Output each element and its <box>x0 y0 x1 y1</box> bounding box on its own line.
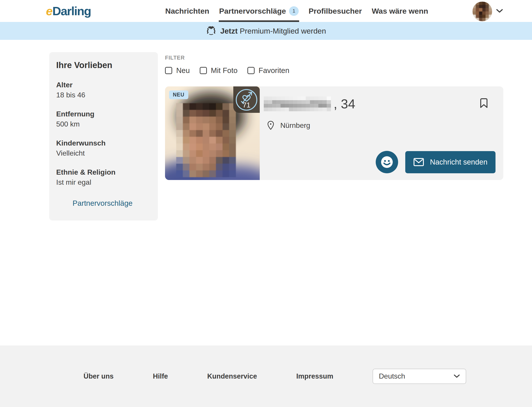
redacted-name-pixels <box>264 96 331 111</box>
notification-count-badge: 1 <box>289 6 299 16</box>
avatar-pixelated-photo <box>472 1 492 21</box>
send-message-button[interactable]: Nachricht senden <box>405 151 495 173</box>
banner-text: Jetzt Premium-Mitglied werden <box>220 27 326 35</box>
main-nav: Nachrichten Partnervorschläge 1 Profilbe… <box>165 0 428 22</box>
send-message-label: Nachricht senden <box>430 158 487 166</box>
pref-alter: Alter 18 bis 46 <box>56 81 149 99</box>
logo-text: Darling <box>52 4 91 18</box>
footer-link-kundenservice[interactable]: Kundenservice <box>207 372 257 380</box>
nav-label: Partnervorschläge <box>219 7 286 16</box>
profile-actions: Nachricht senden <box>376 151 495 173</box>
match-profile-card: NEU 71 <box>165 86 503 180</box>
profile-location-row: Nürnberg <box>267 121 503 130</box>
checkbox-favoriten[interactable] <box>247 67 255 74</box>
nav-label: Nachrichten <box>165 7 209 16</box>
filter-option-neu[interactable]: Neu <box>165 66 190 75</box>
footer-link-ueber-uns[interactable]: Über uns <box>84 372 114 380</box>
footer-link-impressum[interactable]: Impressum <box>296 372 333 380</box>
filter-row: Neu Mit Foto Favoriten <box>165 66 503 75</box>
pref-entfernung: Entfernung 500 km <box>56 110 149 128</box>
page-content: Ihre Vorlieben Alter 18 bis 46 Entfernun… <box>0 40 532 345</box>
checkbox-mit-foto[interactable] <box>200 67 207 74</box>
page-footer: Über uns Hilfe Kundenservice Impressum D… <box>0 345 532 407</box>
premium-upsell-banner[interactable]: Jetzt Premium-Mitglied werden <box>0 22 532 40</box>
results-column: FILTER Neu Mit Foto Favoriten <box>165 55 503 180</box>
match-score-value: 71 <box>233 101 260 109</box>
account-menu <box>472 1 503 21</box>
profile-name-row: , 34 <box>264 96 503 111</box>
filter-option-mit-foto[interactable]: Mit Foto <box>200 66 238 75</box>
nav-item-was-waere-wenn[interactable]: Was wäre wenn <box>372 0 428 22</box>
profile-photo[interactable]: NEU 71 <box>165 86 260 180</box>
bookmark-icon[interactable] <box>480 98 488 109</box>
nav-label: Profilbesucher <box>309 7 362 16</box>
laurel-heart-icon <box>206 25 216 37</box>
envelope-icon <box>413 158 424 166</box>
smile-button[interactable] <box>376 151 398 173</box>
nav-item-nachrichten[interactable]: Nachrichten <box>165 0 209 22</box>
profile-location: Nürnberg <box>280 121 310 130</box>
nav-label: Was wäre wenn <box>372 7 428 16</box>
top-navigation-bar: eDarling Nachrichten Partnervorschläge 1… <box>0 0 532 22</box>
filter-heading: FILTER <box>165 55 503 61</box>
nav-item-profilbesucher[interactable]: Profilbesucher <box>309 0 362 22</box>
language-select[interactable]: Deutsch <box>373 369 466 384</box>
smiley-icon <box>381 156 393 168</box>
user-avatar[interactable] <box>472 1 492 21</box>
preferences-title: Ihre Vorlieben <box>56 61 149 70</box>
checkbox-neu[interactable] <box>165 67 172 74</box>
partnervorschlaege-link[interactable]: Partnervorschläge <box>56 199 149 208</box>
nav-item-partnervorschlaege[interactable]: Partnervorschläge 1 <box>219 0 299 22</box>
footer-link-hilfe[interactable]: Hilfe <box>153 372 168 380</box>
edarling-logo[interactable]: eDarling <box>46 4 91 18</box>
logo-e: e <box>46 4 52 18</box>
language-selected-value: Deutsch <box>379 372 405 380</box>
profile-age: , 34 <box>334 96 355 111</box>
location-pin-icon <box>267 121 274 130</box>
filter-option-favoriten[interactable]: Favoriten <box>247 66 289 75</box>
select-chevron-down-icon <box>454 374 460 378</box>
match-score-badge: 71 <box>233 86 260 113</box>
pref-kinderwunsch: Kinderwunsch Vielleicht <box>56 139 149 157</box>
pref-ethnie-religion: Ethnie & Religion Ist mir egal <box>56 168 149 187</box>
account-chevron-down-icon[interactable] <box>496 9 503 13</box>
preferences-card: Ihre Vorlieben Alter 18 bis 46 Entfernun… <box>49 52 158 220</box>
neu-badge: NEU <box>169 90 188 99</box>
profile-info: , 34 Nürnberg <box>260 86 503 180</box>
